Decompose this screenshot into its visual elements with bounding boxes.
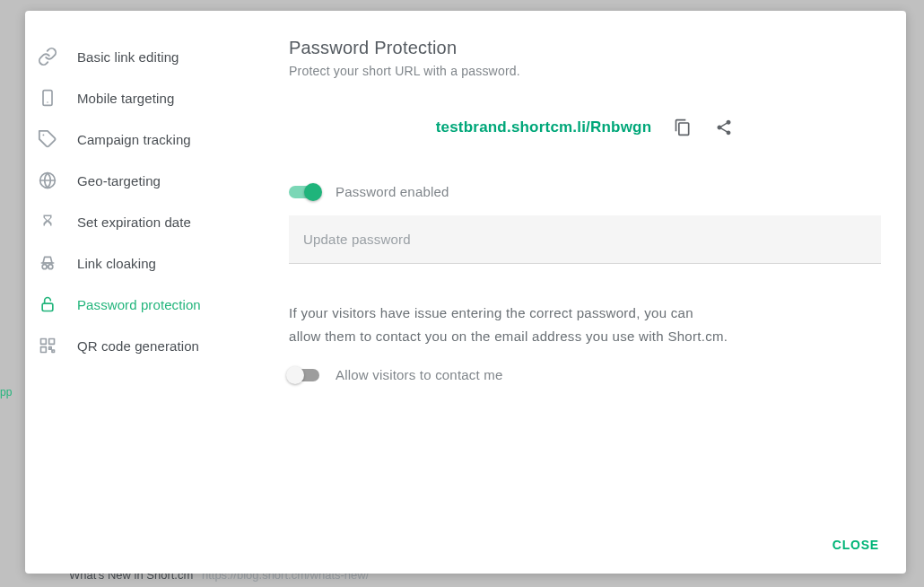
sidebar-item-basic-link-editing[interactable]: Basic link editing <box>38 36 246 77</box>
info-line-2: allow them to contact you on the email a… <box>289 329 728 344</box>
hourglass-icon <box>38 212 57 232</box>
incognito-icon <box>38 253 57 273</box>
sidebar-item-label: Link cloaking <box>77 256 156 271</box>
modal-body: Basic link editing Mobile targeting Camp… <box>25 11 906 530</box>
sidebar-item-qr-code-generation[interactable]: QR code generation <box>38 325 246 366</box>
svg-rect-0 <box>43 91 52 106</box>
sidebar-item-label: Set expiration date <box>77 215 191 230</box>
lock-icon <box>38 294 57 314</box>
background-side-text: pp <box>0 386 12 399</box>
copy-icon[interactable] <box>673 118 693 137</box>
sidebar-item-label: Mobile targeting <box>77 91 174 106</box>
link-icon <box>38 47 57 66</box>
svg-rect-12 <box>52 350 55 353</box>
svg-rect-9 <box>49 339 55 345</box>
sidebar-item-geo-targeting[interactable]: Geo-targeting <box>38 160 246 201</box>
tag-icon <box>38 129 57 149</box>
sidebar-item-password-protection[interactable]: Password protection <box>38 284 246 325</box>
svg-rect-11 <box>49 347 52 350</box>
globe-icon <box>38 171 57 190</box>
sidebar-item-mobile-targeting[interactable]: Mobile targeting <box>38 77 246 118</box>
qr-code-icon <box>38 336 57 355</box>
sidebar: Basic link editing Mobile targeting Camp… <box>25 11 257 530</box>
close-button[interactable]: CLOSE <box>822 530 890 559</box>
link-settings-modal: Basic link editing Mobile targeting Camp… <box>25 11 906 574</box>
page-subtitle: Protect your short URL with a password. <box>289 64 881 78</box>
svg-rect-8 <box>41 339 47 345</box>
sidebar-item-set-expiration-date[interactable]: Set expiration date <box>38 201 246 242</box>
page-title: Password Protection <box>289 38 881 58</box>
svg-rect-7 <box>42 303 53 311</box>
sidebar-item-label: Basic link editing <box>77 49 179 65</box>
share-icon[interactable] <box>714 118 734 137</box>
password-enabled-row: Password enabled <box>289 184 881 199</box>
svg-rect-10 <box>41 347 47 353</box>
password-enabled-toggle[interactable] <box>289 186 319 198</box>
short-url-row: testbrand.shortcm.li/Rnbwgn <box>289 118 881 137</box>
short-url-link[interactable]: testbrand.shortcm.li/Rnbwgn <box>436 118 652 136</box>
sidebar-item-label: QR code generation <box>77 338 199 354</box>
sidebar-item-campaign-tracking[interactable]: Campaign tracking <box>38 118 246 160</box>
toggle-knob <box>304 183 322 201</box>
password-enabled-label: Password enabled <box>336 184 449 199</box>
allow-contact-toggle[interactable] <box>289 369 319 381</box>
sidebar-item-label: Password protection <box>77 297 201 312</box>
password-input-wrap <box>289 215 881 264</box>
modal-footer: CLOSE <box>25 530 906 574</box>
password-input[interactable] <box>289 215 881 264</box>
toggle-knob <box>286 366 304 384</box>
contact-info-text: If your visitors have issue entering the… <box>289 302 881 347</box>
smartphone-icon <box>38 88 57 108</box>
allow-contact-row: Allow visitors to contact me <box>289 367 881 382</box>
sidebar-item-label: Geo-targeting <box>77 173 161 188</box>
sidebar-item-label: Campaign tracking <box>77 132 191 147</box>
allow-contact-label: Allow visitors to contact me <box>336 367 503 382</box>
sidebar-item-link-cloaking[interactable]: Link cloaking <box>38 242 246 284</box>
main-panel: Password Protection Protect your short U… <box>257 11 906 530</box>
info-line-1: If your visitors have issue entering the… <box>289 305 693 320</box>
